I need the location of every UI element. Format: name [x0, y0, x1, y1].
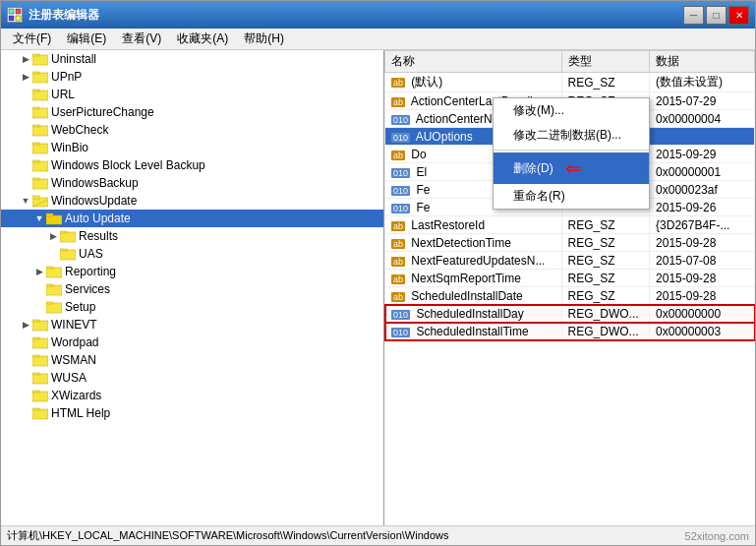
reg-data: 0x00000004: [650, 110, 755, 128]
folder-icon: [46, 282, 62, 296]
tree-item-winevt[interactable]: ▶ WINEVT: [1, 316, 383, 334]
close-button[interactable]: ✕: [728, 6, 749, 25]
registry-path: 计算机\HKEY_LOCAL_MACHINE\SOFTWARE\Microsof…: [7, 528, 677, 543]
reg-type: REG_DWO...: [561, 305, 650, 323]
svg-rect-25: [60, 232, 76, 242]
tree-item-uninstall[interactable]: ▶ Uninstall: [1, 50, 383, 68]
maximize-button[interactable]: □: [706, 6, 727, 25]
ctx-modify-binary[interactable]: 修改二进制数据(B)...: [494, 123, 649, 148]
tree-item-windowsupdate[interactable]: ▼ WindowsUpdate: [1, 192, 383, 210]
svg-rect-2: [9, 16, 14, 21]
col-data[interactable]: 数据: [650, 51, 755, 73]
ctx-modify[interactable]: 修改(M)...: [494, 98, 649, 123]
menu-view[interactable]: 查看(V): [114, 29, 169, 49]
reg-type-icon: ab: [391, 274, 405, 284]
tree-item-setup[interactable]: Setup: [1, 298, 383, 316]
col-type[interactable]: 类型: [561, 51, 650, 73]
folder-icon: [60, 229, 76, 243]
svg-rect-43: [32, 392, 48, 401]
table-row[interactable]: ab NextDetectionTime REG_SZ 2015-09-28: [385, 234, 755, 252]
tree-item-wordpad[interactable]: Wordpad: [1, 334, 383, 351]
svg-rect-39: [32, 356, 48, 366]
reg-type: REG_SZ: [561, 252, 650, 270]
tree-item-url[interactable]: URL: [1, 86, 383, 103]
expand-icon-empty: [19, 353, 32, 367]
svg-rect-5: [32, 54, 39, 56]
tree-label: WebCheck: [51, 123, 108, 137]
table-row-scheduledinstallday[interactable]: 010 ScheduledInstallDay REG_DWO... 0x000…: [385, 305, 755, 323]
tree-item-reporting[interactable]: ▶ Reporting: [1, 263, 383, 280]
expand-icon-empty: [19, 406, 32, 420]
ctx-delete[interactable]: 删除(D) ⇐: [494, 152, 649, 184]
svg-rect-33: [46, 303, 62, 313]
expand-icon: ▶: [32, 265, 46, 278]
reg-type-icon: ab: [391, 292, 405, 302]
svg-rect-10: [32, 108, 48, 118]
table-row[interactable]: ab ScheduledInstallDate REG_SZ 2015-09-2…: [385, 287, 755, 305]
reg-type-icon: 010: [391, 310, 410, 320]
tree-item-upnp[interactable]: ▶ UPnP: [1, 68, 383, 86]
window-controls: ─ □ ✕: [683, 6, 749, 25]
tree-item-winbio[interactable]: WinBio: [1, 139, 383, 156]
reg-type-icon: 010: [391, 168, 410, 178]
reg-data: 2015-07-29: [650, 92, 755, 110]
reg-data: 2015-07-08: [650, 252, 755, 270]
tree-label: HTML Help: [51, 406, 110, 420]
folder-icon: [32, 318, 48, 332]
reg-type-icon: 010: [391, 204, 410, 213]
expand-icon-empty: [19, 105, 32, 119]
col-name[interactable]: 名称: [385, 51, 562, 73]
menu-favorites[interactable]: 收藏夹(A): [169, 29, 236, 49]
tree-label: WINEVT: [51, 318, 97, 332]
tree-item-xwizards[interactable]: XWizards: [1, 387, 383, 404]
tree-item-results[interactable]: ▶ Results: [1, 227, 383, 245]
tree-item-windowsbackup[interactable]: WindowsBackup: [1, 174, 383, 192]
folder-icon: [32, 123, 48, 137]
reg-type-icon: ab: [391, 151, 405, 160]
minimize-button[interactable]: ─: [683, 6, 704, 25]
tree-item-wusa[interactable]: WUSA: [1, 369, 383, 387]
reg-type: REG_DWO...: [561, 323, 650, 340]
svg-rect-35: [32, 321, 48, 331]
tree-item-services[interactable]: Services: [1, 280, 383, 298]
table-row[interactable]: ab NextSqmReportTime REG_SZ 2015-09-28: [385, 270, 755, 287]
svg-rect-18: [32, 179, 48, 189]
ctx-rename[interactable]: 重命名(R): [494, 184, 649, 209]
tree-item-windowsblocklevel[interactable]: Windows Block Level Backup: [1, 156, 383, 174]
tree-item-wsman[interactable]: WSMAN: [1, 351, 383, 369]
tree-item-autoupdate[interactable]: ▼ Auto Update: [1, 210, 383, 227]
menu-edit[interactable]: 编辑(E): [59, 29, 114, 49]
svg-rect-17: [32, 160, 39, 162]
reg-type-icon: ab: [391, 78, 405, 88]
table-row[interactable]: ab NextFeaturedUpdatesN... REG_SZ 2015-0…: [385, 252, 755, 270]
tree-item-webcheck[interactable]: WebCheck: [1, 121, 383, 139]
ctx-separator: [494, 150, 649, 151]
window-title: 注册表编辑器: [29, 7, 683, 24]
reg-data: 2015-09-26: [650, 199, 755, 216]
tree-label: Uninstall: [51, 52, 96, 66]
watermark: 52xitong.com: [685, 530, 749, 542]
folder-icon: [46, 265, 62, 278]
tree-item-uas[interactable]: UAS: [1, 245, 383, 263]
svg-rect-15: [32, 143, 39, 145]
svg-rect-1: [16, 9, 21, 14]
svg-rect-19: [32, 178, 39, 180]
tree-item-htmlhelp[interactable]: HTML Help: [1, 404, 383, 422]
tree-item-userpicturechange[interactable]: UserPictureChange: [1, 103, 383, 121]
reg-data: 2015-09-28: [650, 270, 755, 287]
menu-help[interactable]: 帮助(H): [236, 29, 292, 49]
folder-icon: [32, 52, 48, 66]
tree-label: UserPictureChange: [51, 105, 154, 119]
context-menu: 修改(M)... 修改二进制数据(B)... 删除(D) ⇐ 重命名(R): [493, 97, 650, 210]
table-row-scheduledinstalltime[interactable]: 010 ScheduledInstallTime REG_DWO... 0x00…: [385, 323, 755, 340]
tree-panel[interactable]: ▶ Uninstall ▶ UPnP URL: [1, 50, 384, 525]
delete-arrow-icon: ⇐: [565, 156, 582, 180]
status-bar: 计算机\HKEY_LOCAL_MACHINE\SOFTWARE\Microsof…: [1, 525, 755, 545]
svg-rect-0: [9, 9, 14, 14]
table-row[interactable]: ab LastRestoreId REG_SZ {3D267B4F-...: [385, 216, 755, 234]
reg-data: 2015-09-29: [650, 146, 755, 163]
table-row[interactable]: ab (默认) REG_SZ (数值未设置): [385, 73, 755, 92]
svg-rect-12: [32, 126, 48, 136]
reg-name: 010 ScheduledInstallDay: [385, 305, 562, 323]
menu-file[interactable]: 文件(F): [5, 29, 59, 49]
